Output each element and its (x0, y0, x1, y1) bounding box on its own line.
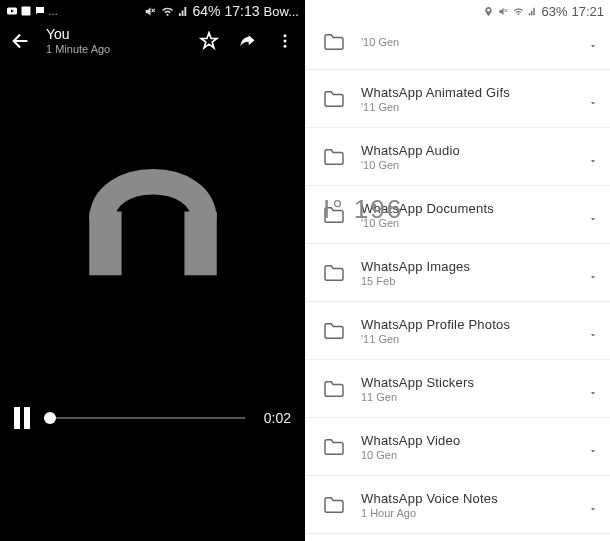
folder-icon (323, 380, 345, 398)
folder-row[interactable]: WhatsApp Voice Notes1 Hour Ago (305, 476, 610, 534)
folder-date: 15 Feb (361, 275, 572, 287)
track-subtitle: 1 Minute Ago (46, 43, 185, 55)
progress-slider[interactable] (44, 408, 245, 428)
folder-info: WhatsApp Video10 Gen (361, 433, 572, 461)
folder-list: '10 GenWhatsApp Animated Gifs'11 GenWhat… (305, 22, 610, 534)
notification-icons: … (6, 5, 58, 17)
chat-icon (34, 5, 46, 17)
folder-info: WhatsApp Images15 Feb (361, 259, 572, 287)
folder-row[interactable]: WhatsApp Audio'10 Gen (305, 128, 610, 186)
folder-icon (323, 33, 345, 51)
battery-text: 64% (193, 3, 221, 19)
folder-info: WhatsApp Documents'10 Gen (361, 201, 572, 229)
title-block: You 1 Minute Ago (46, 26, 185, 55)
signal-icon (528, 7, 537, 16)
svg-point-5 (284, 34, 287, 37)
signal-icon (178, 6, 189, 17)
folder-icon (323, 90, 345, 108)
chevron-down-icon[interactable] (588, 384, 598, 394)
svg-point-7 (284, 44, 287, 47)
folder-name: WhatsApp Documents (361, 201, 572, 216)
headphones-icon (68, 118, 238, 288)
folder-date: 1 Hour Ago (361, 507, 572, 519)
svg-rect-8 (89, 212, 121, 276)
folder-date: '11 Gen (361, 101, 572, 113)
time-text: 17:13 (225, 3, 260, 19)
folder-icon (323, 496, 345, 514)
folder-info: '10 Gen (361, 35, 572, 48)
chevron-down-icon[interactable] (588, 152, 598, 162)
folder-name: WhatsApp Video (361, 433, 572, 448)
svg-point-6 (284, 39, 287, 42)
folder-date: '11 Gen (361, 333, 572, 345)
status-bar-left: … 64% 17:13 Bow... (0, 0, 305, 22)
folder-date: 11 Gen (361, 391, 572, 403)
svg-rect-2 (22, 7, 31, 16)
folder-date: '10 Gen (361, 159, 572, 171)
chevron-down-icon[interactable] (588, 210, 598, 220)
folder-row[interactable]: WhatsApp Animated Gifs'11 Gen (305, 70, 610, 128)
folder-icon (323, 264, 345, 282)
gallery-icon (20, 5, 32, 17)
folder-icon (323, 438, 345, 456)
chevron-down-icon[interactable] (588, 442, 598, 452)
folder-name: WhatsApp Profile Photos (361, 317, 572, 332)
location-icon (483, 6, 494, 17)
mute-icon (498, 6, 509, 17)
folder-date: '10 Gen (361, 36, 572, 48)
wifi-icon (513, 6, 524, 17)
audio-player-screen: … 64% 17:13 Bow... You 1 Minute Ago (0, 0, 305, 541)
chevron-down-icon[interactable] (588, 326, 598, 336)
track-title: You (46, 26, 185, 42)
folder-row[interactable]: WhatsApp Profile Photos'11 Gen (305, 302, 610, 360)
folder-name: WhatsApp Images (361, 259, 572, 274)
folder-row[interactable]: WhatsApp Images15 Feb (305, 244, 610, 302)
folder-info: WhatsApp Stickers11 Gen (361, 375, 572, 403)
favorite-button[interactable] (199, 31, 219, 51)
status-bar-right: 63% 17:21 (305, 0, 610, 22)
back-button[interactable] (10, 30, 32, 52)
folder-info: WhatsApp Profile Photos'11 Gen (361, 317, 572, 345)
folder-info: WhatsApp Voice Notes1 Hour Ago (361, 491, 572, 519)
more-button[interactable] (275, 31, 295, 51)
folder-name: WhatsApp Stickers (361, 375, 572, 390)
file-browser-screen: 63% 17:21 I° 196 '10 GenWhatsApp Animate… (305, 0, 610, 541)
pause-button[interactable] (14, 407, 34, 429)
folder-row[interactable]: '10 Gen (305, 24, 610, 70)
folder-name: WhatsApp Animated Gifs (361, 85, 572, 100)
player-header: You 1 Minute Ago (0, 22, 305, 63)
folder-info: WhatsApp Audio'10 Gen (361, 143, 572, 171)
folder-row[interactable]: WhatsApp Stickers11 Gen (305, 360, 610, 418)
folder-icon (323, 148, 345, 166)
share-button[interactable] (237, 31, 257, 51)
chevron-down-icon[interactable] (588, 268, 598, 278)
folder-name: WhatsApp Audio (361, 143, 572, 158)
time-text: 17:21 (571, 4, 604, 19)
folder-info: WhatsApp Animated Gifs'11 Gen (361, 85, 572, 113)
folder-date: 10 Gen (361, 449, 572, 461)
folder-date: '10 Gen (361, 217, 572, 229)
youtube-icon (6, 5, 18, 17)
mute-icon (144, 5, 157, 18)
folder-row[interactable]: WhatsApp Video10 Gen (305, 418, 610, 476)
player-controls: 0:02 (0, 407, 305, 429)
chevron-down-icon[interactable] (588, 37, 598, 47)
chevron-down-icon[interactable] (588, 94, 598, 104)
folder-row[interactable]: WhatsApp Documents'10 Gen (305, 186, 610, 244)
folder-name: WhatsApp Voice Notes (361, 491, 572, 506)
folder-icon (323, 206, 345, 224)
album-art (0, 63, 305, 318)
extra-text: Bow... (264, 4, 299, 19)
elapsed-time: 0:02 (255, 410, 291, 426)
chevron-down-icon[interactable] (588, 500, 598, 510)
svg-rect-9 (184, 212, 216, 276)
folder-icon (323, 322, 345, 340)
status-right: 64% 17:13 Bow... (144, 3, 300, 19)
battery-text: 63% (541, 4, 567, 19)
wifi-icon (161, 5, 174, 18)
